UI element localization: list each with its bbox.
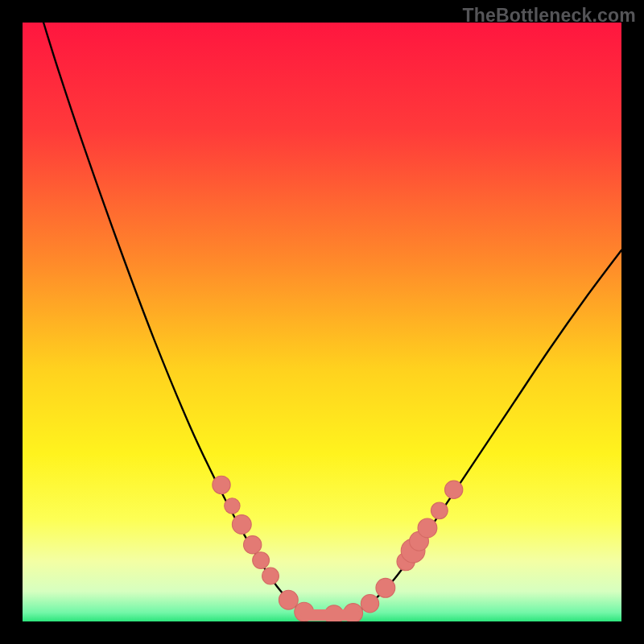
data-marker [262, 568, 279, 584]
data-marker [445, 481, 463, 498]
bottleneck-curve [43, 23, 621, 616]
data-marker [244, 536, 262, 554]
data-marker [376, 578, 395, 597]
data-marker [361, 595, 378, 613]
data-markers [213, 476, 463, 621]
flat-minimum-band [301, 609, 361, 621]
watermark-text: TheBottleneck.com [462, 5, 636, 27]
data-marker [213, 476, 230, 493]
stage: TheBottleneck.com [0, 0, 644, 644]
data-marker [253, 552, 270, 569]
data-marker [431, 502, 448, 519]
curve-layer [23, 23, 621, 621]
data-marker [225, 498, 240, 514]
plot-area [23, 23, 621, 621]
data-marker [279, 590, 298, 609]
data-marker [418, 518, 437, 538]
data-marker [232, 515, 251, 535]
